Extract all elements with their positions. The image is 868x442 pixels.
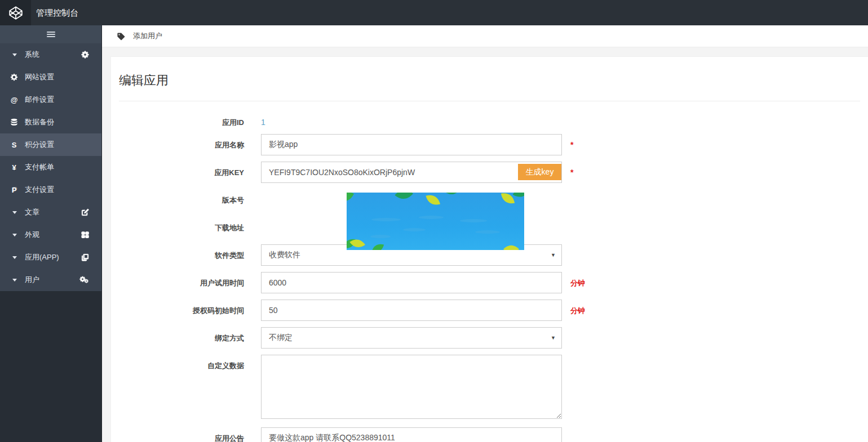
app-name-label: 应用名称 [119,134,261,150]
app-id-value: 1 [261,111,265,127]
custom-data-textarea[interactable] [261,355,562,419]
app-name-row: 应用名称 * [111,134,868,155]
download-url-label: 下载地址 [119,217,261,233]
sidebar-item-articles[interactable]: 文章 [0,201,101,224]
caret-down-icon [12,234,17,236]
app-logo[interactable] [0,0,31,25]
promo-banner-image [347,193,524,250]
edit-app-form: 应用ID 1 应用名称 * 应用KEY 生成key * [111,101,868,442]
auth-init-time-input[interactable] [261,300,562,321]
required-asterisk: * [570,168,573,177]
caret-down-icon [12,211,17,214]
app-name-input[interactable] [261,134,562,155]
main-content: 添加用户 编辑应用 应用ID 1 应用名称 * 应用KEY [101,25,868,442]
app-id-label: 应用ID [119,111,261,128]
app-key-row: 应用KEY 生成key * [111,162,868,183]
hamburger-icon [47,30,55,38]
cogs-icon [79,276,89,284]
sidebar-item-label: 数据备份 [25,117,101,127]
sidebar-item-label: 积分设置 [25,140,101,150]
gear-icon [9,73,19,81]
version-label: 版本号 [119,189,261,206]
codepen-cube-icon [8,6,23,20]
sidebar-item-points-settings[interactable]: S 积分设置 [0,133,101,156]
sidebar-item-label: 网站设置 [25,72,101,82]
custom-data-label: 自定义数据 [119,355,261,371]
trial-time-label: 用户试用时间 [119,272,261,288]
sidebar-item-label: 外观 [25,230,81,240]
trial-time-row: 用户试用时间 分钟 [111,272,868,293]
sidebar-item-site-settings[interactable]: 网站设置 [0,66,101,88]
auth-init-time-row: 授权码初始时间 分钟 [111,300,868,321]
app-key-label: 应用KEY [119,162,261,178]
sidebar-item-label: 支付帐单 [25,162,101,172]
sidebar-item-label: 用户 [25,275,79,285]
bind-mode-label: 绑定方式 [119,327,261,343]
tag-icon [117,32,125,41]
at-icon: @ [9,96,19,104]
bind-mode-value: 不绑定 [269,333,293,343]
sidebar-item-system[interactable]: 系统 [0,43,101,66]
sidebar-item-appearance[interactable]: 外观 [0,224,101,246]
console-title: 管理控制台 [36,0,78,25]
minutes-unit: 分钟 [570,279,585,287]
app-notice-label: 应用公告 [119,427,261,442]
trial-time-input[interactable] [261,272,562,293]
page-title: 编辑应用 [111,57,868,101]
top-navbar: 管理控制台 [0,0,868,25]
stripe-s-icon: S [9,141,19,149]
app-id-row: 应用ID 1 [111,111,868,128]
sidebar-item-data-backup[interactable]: 数据备份 [0,111,101,133]
breadcrumb: 添加用户 [102,25,868,47]
caret-down-icon [12,53,17,56]
app-notice-input[interactable] [261,427,562,442]
sidebar-item-payment-settings[interactable]: P 支付设置 [0,178,101,201]
generate-key-button[interactable]: 生成key [518,164,561,180]
select-caret-icon: ▼ [551,335,556,341]
yen-icon: ¥ [9,163,19,172]
select-caret-icon: ▼ [551,252,556,258]
required-asterisk: * [570,140,573,149]
minutes-unit: 分钟 [570,306,585,315]
gear-icon [81,51,89,59]
edit-app-card: 编辑应用 应用ID 1 应用名称 * 应用KEY [110,56,868,442]
caret-down-icon [12,279,17,282]
sidebar-item-label: 支付设置 [25,185,101,195]
software-type-value: 收费软件 [269,250,300,260]
bind-mode-row: 绑定方式 不绑定 ▼ [111,327,868,349]
database-icon [9,118,19,126]
sidebar-collapse-toggle[interactable] [0,25,101,43]
breadcrumb-label: 添加用户 [133,31,162,41]
sidebar-item-label: 应用(APP) [25,252,81,262]
software-type-label: 软件类型 [119,244,261,261]
grid-icon [81,231,89,239]
sidebar-item-app[interactable]: 应用(APP) [0,246,101,269]
caret-down-icon [12,256,17,259]
clone-icon [81,253,89,261]
bind-mode-select[interactable]: 不绑定 ▼ [261,327,562,349]
app-notice-row: 应用公告 [111,427,868,442]
sidebar-item-label: 系统 [25,50,81,60]
sidebar-menu: 系统 网站设置 @ 邮件设置 数据备份 S 积分设置 ¥ 支付帐单 P 支付设置 [0,43,101,291]
edit-icon [81,208,89,216]
sidebar-item-mail-settings[interactable]: @ 邮件设置 [0,88,101,111]
sidebar-item-users[interactable]: 用户 [0,269,101,291]
banner-leaves-art [347,193,524,250]
auth-init-time-label: 授权码初始时间 [119,300,261,316]
sidebar-item-label: 文章 [25,207,81,217]
sidebar-item-payment-bills[interactable]: ¥ 支付帐单 [0,156,101,178]
custom-data-row: 自定义数据 [111,355,868,421]
paypal-icon: P [9,186,19,194]
sidebar: 系统 网站设置 @ 邮件设置 数据备份 S 积分设置 ¥ 支付帐单 P 支付设置 [0,25,101,442]
sidebar-item-label: 邮件设置 [25,95,101,105]
app-key-input[interactable] [261,162,562,183]
